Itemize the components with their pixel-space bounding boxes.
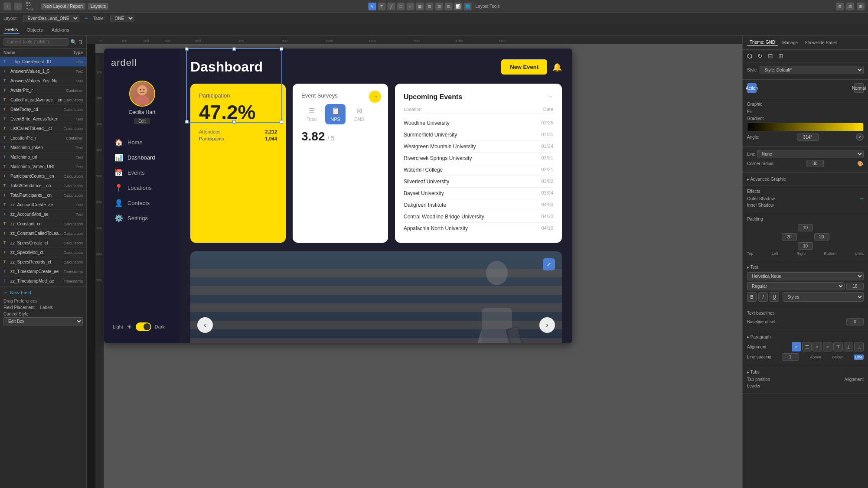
- padding-top-input[interactable]: [798, 224, 813, 231]
- sidebar-item-locations[interactable]: 📍 Locations: [109, 180, 175, 195]
- event-row[interactable]: Silverleaf University 03/02: [404, 176, 553, 188]
- event-row[interactable]: Westgreen Mountain University 01/24: [404, 141, 553, 153]
- appearance-icon[interactable]: ⬡: [746, 52, 753, 60]
- event-row[interactable]: Woodline University 01/25: [404, 117, 553, 129]
- padding-left-input[interactable]: [782, 233, 797, 241]
- field-row[interactable]: T TotalAttendance__cn Calculation: [0, 181, 86, 191]
- angle-dial[interactable]: [856, 133, 864, 141]
- layouts-btn[interactable]: Layouts: [88, 3, 108, 10]
- padding-right-input[interactable]: [814, 233, 829, 241]
- behavior-icon[interactable]: ⊞: [777, 52, 784, 60]
- field-row[interactable]: T zz_Constant_cn Calculation: [0, 219, 86, 229]
- new-field-btn[interactable]: ＋ New Field: [3, 289, 83, 296]
- rotate-icon[interactable]: ↻: [757, 52, 764, 60]
- line-dropdown[interactable]: None: [757, 150, 864, 158]
- event-row[interactable]: Central Woodline Bridge University 04/20: [404, 211, 553, 223]
- back-btn[interactable]: ‹: [3, 3, 11, 10]
- expand-btn[interactable]: ⊞: [857, 3, 865, 10]
- button-tool[interactable]: ⊟: [426, 3, 434, 10]
- event-row[interactable]: Summerfield University 01/31: [404, 129, 553, 141]
- field-row[interactable]: T AnswersValues_Yes_No Text: [0, 76, 86, 86]
- field-row[interactable]: T zz_TimestampMod_ae Timestamp: [0, 277, 86, 286]
- field-row[interactable]: T DateToday_cd Calculation: [0, 105, 86, 114]
- notification-icon[interactable]: 🔔: [552, 62, 562, 72]
- field-row[interactable]: T AvatarPic_r Container: [0, 86, 86, 95]
- field-row[interactable]: T zz_SpecsCreate_ct Calculation: [0, 238, 86, 248]
- forward-btn[interactable]: ›: [14, 3, 22, 10]
- field-tool[interactable]: ▦: [416, 3, 424, 10]
- field-row[interactable]: T ListCalledToLead__ct Calculation: [0, 124, 86, 133]
- sidebar-item-contacts[interactable]: 👤 Contacts: [109, 195, 175, 211]
- chart-tool[interactable]: 📊: [454, 3, 462, 10]
- field-row[interactable]: T zz_AccountMod_ae Text: [0, 210, 86, 219]
- tab-objects[interactable]: Objects: [25, 26, 44, 33]
- tab-dns[interactable]: ⊠ DNS: [349, 104, 369, 124]
- align-left-btn[interactable]: ≡: [792, 342, 801, 351]
- sidebar-item-settings[interactable]: ⚙️ Settings: [109, 211, 175, 226]
- feed-expand-btn[interactable]: ⤢: [543, 258, 555, 270]
- portal-tool[interactable]: ⊡: [445, 3, 453, 10]
- corner-radius-input[interactable]: [806, 160, 824, 167]
- sidebar-item-home[interactable]: 🏠 Home: [109, 135, 175, 150]
- sort-icon[interactable]: ⇅: [78, 39, 83, 45]
- field-row[interactable]: T Mailchimp_Vimeo_URL Text: [0, 162, 86, 172]
- panel-btn[interactable]: ⊟: [846, 3, 854, 10]
- line-spacing-input[interactable]: [782, 353, 799, 361]
- field-row[interactable]: T __kp_OneRecord_ID Text: [0, 57, 86, 67]
- search-input[interactable]: [3, 38, 69, 46]
- field-row[interactable]: T TotalParticipants__cn Calculation: [0, 191, 86, 200]
- gradient-bar[interactable]: [747, 123, 864, 131]
- surveys-arrow-btn[interactable]: →: [369, 91, 381, 103]
- edit-profile-btn[interactable]: Edit: [134, 118, 150, 124]
- rect-tool[interactable]: □: [397, 3, 405, 10]
- field-row[interactable]: T Mailchimp_url Text: [0, 153, 86, 162]
- field-row[interactable]: T zz_AccountCreate_ae Text: [0, 200, 86, 210]
- baseline-offset-input[interactable]: [846, 318, 864, 325]
- event-row[interactable]: Appalachia North University 04/10: [404, 223, 553, 234]
- action-btn[interactable]: Action: [747, 83, 757, 93]
- tab-nps[interactable]: 📋 NPS: [325, 104, 346, 124]
- field-row[interactable]: T zz_ConstantCalledToLeadID_ct Calculati…: [0, 229, 86, 238]
- font-size-input[interactable]: [846, 283, 864, 290]
- field-row[interactable]: T AnswersValues_1_5 Text: [0, 67, 86, 76]
- text-tool[interactable]: T: [378, 3, 386, 10]
- align-justify-btn[interactable]: ≡: [823, 342, 832, 351]
- field-row[interactable]: T Mailchimp_token Text: [0, 143, 86, 153]
- outer-shadow-edit[interactable]: ✏: [860, 196, 864, 201]
- event-row[interactable]: Bayset University 03/04: [404, 188, 553, 199]
- settings-btn[interactable]: ⚙: [836, 3, 844, 10]
- event-row[interactable]: Waterhill College 03/21: [404, 164, 553, 176]
- bold-btn[interactable]: B: [747, 292, 757, 302]
- tab-total[interactable]: ☰ Total: [301, 104, 322, 124]
- tab-fields[interactable]: Fields: [3, 26, 20, 34]
- padding-bottom-input[interactable]: [798, 242, 813, 250]
- field-row[interactable]: T EventBrite_AccessToken Text: [0, 114, 86, 124]
- manage-label[interactable]: Manage: [780, 39, 800, 46]
- tab-tool[interactable]: ⊞: [435, 3, 443, 10]
- table-dropdown[interactable]: ONE: [110, 15, 134, 22]
- line-tool[interactable]: ╱: [388, 3, 395, 10]
- edit-icon[interactable]: ✏: [85, 16, 88, 21]
- align-bottom-btn[interactable]: ⊥: [854, 342, 864, 351]
- theme-label[interactable]: Theme: GND: [747, 39, 778, 46]
- align-top-btn[interactable]: ⊤: [833, 342, 843, 351]
- feed-next-btn[interactable]: ›: [539, 317, 555, 333]
- data-icon[interactable]: ⊟: [767, 52, 774, 60]
- advanced-graphic-label[interactable]: ▸ Advanced Graphic: [747, 177, 786, 182]
- layout-dropdown[interactable]: EventDas...and_ONE: [23, 15, 79, 22]
- field-row[interactable]: T ParticipantCounts__cn Calculation: [0, 172, 86, 181]
- feed-prev-btn[interactable]: ‹: [197, 317, 213, 333]
- tab-addons[interactable]: Add-ons: [50, 26, 71, 33]
- field-row[interactable]: T LocationPic_r Container: [0, 133, 86, 143]
- web-tool[interactable]: 🌐: [464, 3, 472, 10]
- field-row[interactable]: T zz_TimestampCreate_ae Timestamp: [0, 267, 86, 277]
- align-middle-btn[interactable]: ⊥: [844, 342, 853, 351]
- italic-btn[interactable]: I: [758, 292, 768, 302]
- align-right-btn[interactable]: ≡: [813, 342, 822, 351]
- underline-btn[interactable]: U: [770, 292, 779, 302]
- theme-switch[interactable]: [136, 322, 151, 331]
- search-icon[interactable]: 🔍: [70, 39, 77, 45]
- upcoming-arrow[interactable]: →: [545, 92, 553, 101]
- new-layout-btn[interactable]: New Layout / Report: [41, 3, 85, 10]
- angle-input[interactable]: [797, 133, 819, 141]
